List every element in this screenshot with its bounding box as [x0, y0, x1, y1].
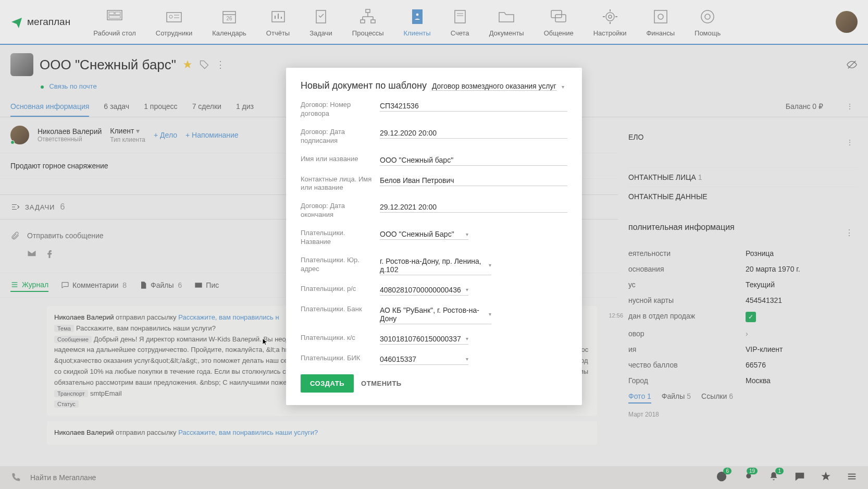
- payer-addr-select[interactable]: г. Ростов-на-Дону, пр. Ленина, д.102▾: [380, 256, 491, 275]
- payer-bik-select[interactable]: 046015337▾: [380, 354, 468, 365]
- contact-input[interactable]: [380, 175, 567, 186]
- modal-overlay: Новый документ по шаблону Договор возмез…: [0, 0, 868, 489]
- payer-account-select[interactable]: 40802810700000000436▾: [380, 285, 468, 296]
- create-button[interactable]: СОЗДАТЬ: [301, 374, 354, 393]
- template-selector[interactable]: Договор возмездного оказания услуг: [432, 82, 556, 91]
- payer-ks-select[interactable]: 30101810760150000337▾: [380, 334, 468, 345]
- modal-title: Новый документ по шаблону: [301, 80, 427, 91]
- cancel-button[interactable]: ОТМЕНИТЬ: [361, 380, 402, 387]
- chevron-down-icon: ▾: [562, 84, 564, 90]
- new-document-modal: Новый документ по шаблону Договор возмез…: [286, 68, 582, 405]
- payer-bank-select[interactable]: АО КБ "РуБанк", г. Ростов-на-Дону▾: [380, 305, 491, 324]
- contract-number-input[interactable]: [380, 101, 567, 112]
- name-input[interactable]: [380, 155, 567, 166]
- payer-name-select[interactable]: ООО "Снежный Барс"▾: [380, 229, 468, 240]
- sign-date-input[interactable]: [380, 128, 567, 139]
- end-date-input[interactable]: [380, 202, 567, 213]
